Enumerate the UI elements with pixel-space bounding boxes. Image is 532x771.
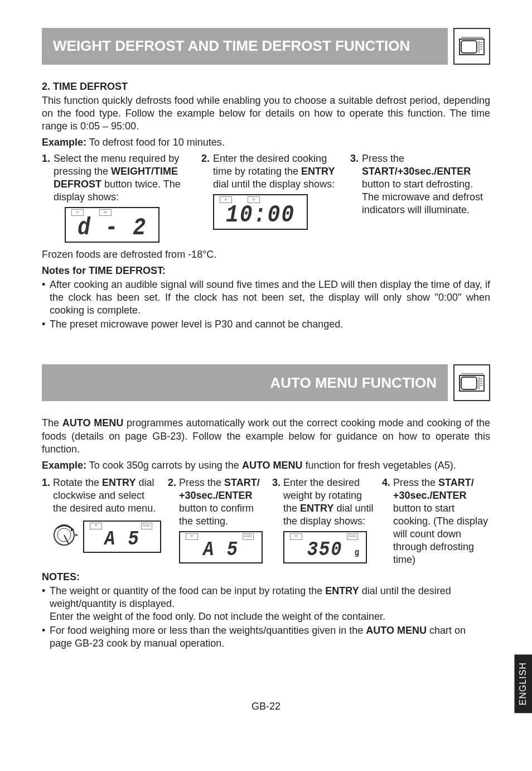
as2-num: 2. (168, 476, 176, 566)
header-auto-menu: AUTO MENU FUNCTION (42, 364, 490, 401)
td-step3-b: button to start defrosting. The microwav… (362, 179, 483, 215)
display-350: ≋ Auto 350 g (283, 531, 367, 563)
as2-a: Press the (179, 477, 224, 488)
time-defrost-intro: This function quickly defrosts food whil… (42, 94, 490, 133)
an1-a: The weight or quantity of the food can b… (50, 585, 325, 596)
microwave-icon (453, 28, 490, 65)
as2-b: button to confirm the setting. (179, 503, 254, 527)
auto-notes-list: • The weight or quantity of the food can… (42, 585, 490, 650)
ai-a: The (42, 417, 62, 428)
an2-bold: AUTO MENU (366, 625, 427, 636)
td-note2: • The preset microwave power level is P3… (42, 318, 490, 331)
td-notes-title: Notes for TIME DEFROST: (42, 264, 490, 277)
auto-step1: 1. Rotate the ENTRY dial clockwise and s… (42, 476, 161, 566)
as3-num: 3. (272, 476, 280, 566)
example-text: To defrost food for 10 minutes. (86, 137, 225, 148)
svg-rect-1 (461, 41, 477, 53)
ae-a: To cook 350g carrots by using the (86, 460, 242, 471)
display-d2: ≋ ❄ d - 2 (65, 207, 159, 243)
an1-bold: ENTRY (325, 585, 359, 596)
td-note1-text: After cooking an audible signal will sou… (50, 278, 490, 317)
auto-steps: 1. Rotate the ENTRY dial clockwise and s… (42, 476, 490, 566)
td-notes-list: • After cooking an audible signal will s… (42, 278, 490, 331)
an1-c: Enter the weight of the food only. Do no… (50, 611, 385, 622)
time-defrost-title: 2. TIME DEFROST (42, 80, 490, 93)
an2-a: For food weighing more or less than the … (50, 625, 366, 636)
td-step2-bold: ENTRY (301, 166, 335, 177)
display-d2-text: d - 2 (68, 214, 156, 241)
as4-a: Press the (393, 477, 438, 488)
auto-intro: The AUTO MENU programmes automatically w… (42, 417, 490, 455)
g-suffix: g (355, 547, 360, 557)
auto-note1: • The weight or quantity of the food can… (42, 585, 490, 623)
language-tab: ENGLISH (514, 654, 532, 713)
as1-num: 1. (42, 476, 50, 566)
svg-line-19 (64, 535, 69, 544)
svg-marker-20 (75, 534, 79, 536)
auto-example: Example: To cook 350g carrots by using t… (42, 459, 490, 472)
td-step3-a: Press the (362, 153, 404, 164)
as4-num: 4. (382, 476, 390, 566)
ae-bold: AUTO MENU (242, 460, 303, 471)
dial-icon (53, 522, 80, 548)
as3-bold: ENTRY (300, 503, 333, 514)
ai-bold: AUTO MENU (62, 417, 123, 428)
td-step2: 2. Enter the desired cooking time by rot… (201, 152, 341, 243)
as1-a: Rotate the (53, 477, 102, 488)
td-step2-num: 2. (201, 152, 210, 243)
td-step2-b: dial until the display shows: (213, 179, 335, 190)
as1-bold: ENTRY (102, 477, 136, 488)
frozen-line: Frozen foods are defrosted from -18°C. (42, 248, 490, 261)
td-note2-text: The preset microwave power level is P30 … (50, 318, 343, 331)
svg-rect-9 (461, 377, 477, 389)
ae-b: function for fresh vegetables (A5). (303, 460, 456, 471)
td-step1-num: 1. (42, 152, 50, 243)
header1-title: WEIGHT DEFROST AND TIME DEFROST FUNCTION (42, 28, 448, 65)
example-line: Example: To defrost food for 10 minutes. (42, 136, 490, 149)
td-note1: • After cooking an audible signal will s… (42, 278, 490, 317)
auto-step2: 2. Press the START/ +30sec./ENTER button… (168, 476, 265, 566)
ae-label: Example: (42, 460, 86, 471)
auto-step3: 3. Enter the desired weight by rotating … (272, 476, 375, 566)
disp-a5-1-text: A 5 (86, 528, 158, 551)
auto-notes-label: NOTES: (42, 571, 490, 584)
auto-step4: 4. Press the START/ +30sec./ENTER button… (382, 476, 490, 566)
auto-note2: • For food weighing more or less than th… (42, 624, 490, 650)
disp-a5-2-text: A 5 (182, 538, 259, 561)
display-a5-2: ≋ Auto A 5 (179, 531, 263, 563)
page-number: GB-22 (42, 700, 490, 713)
header-weight-defrost: WEIGHT DEFROST AND TIME DEFROST FUNCTION (42, 28, 490, 65)
display-a5-1: ≋ Auto A 5 (83, 521, 161, 553)
time-defrost-steps: 1. Select the menu required by pressing … (42, 152, 490, 243)
td-step1: 1. Select the menu required by pressing … (42, 152, 192, 243)
microwave-icon (453, 364, 490, 401)
display-1000: ≋ ❄ 10:00 (213, 194, 308, 230)
display-1000-text: 10:00 (216, 201, 304, 228)
example-label: Example: (42, 137, 86, 148)
td-step3-bold: START/+30sec./ENTER (362, 166, 471, 177)
as4-b: button to start cooking. (The display wi… (393, 503, 488, 565)
td-step3: 3. Press the START/+30sec./ENTER button … (350, 152, 490, 243)
td-step3-num: 3. (350, 152, 359, 243)
header2-title: AUTO MENU FUNCTION (42, 364, 448, 401)
disp-350-text: 350 (307, 538, 343, 562)
